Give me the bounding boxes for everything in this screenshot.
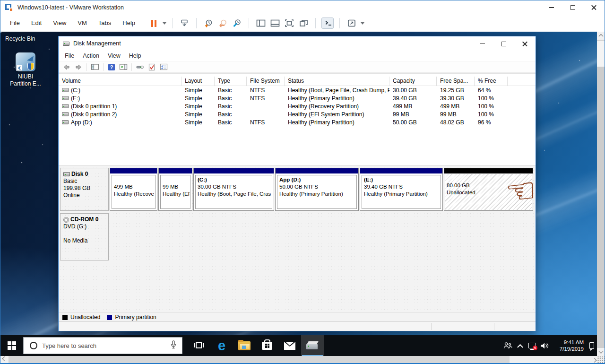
vm-suspend-button[interactable]	[147, 17, 160, 29]
stretch-guest-button[interactable]	[346, 17, 358, 29]
vmware-minimize-button[interactable]	[541, 0, 562, 15]
partition-e[interactable]: (E:)39.40 GB NTFSHealthy (Primary Partit…	[360, 168, 443, 211]
people-button[interactable]	[501, 335, 514, 356]
vertical-scroll-thumb[interactable]	[597, 41, 605, 67]
resize-grip[interactable]	[597, 356, 605, 363]
dm-menu-help[interactable]: Help	[125, 51, 146, 61]
taskbar-file-explorer-button[interactable]	[233, 335, 256, 356]
disk0-state: Online	[63, 192, 108, 199]
vm-menu-tabs[interactable]: Tabs	[93, 15, 117, 32]
vm-vertical-scrollbar[interactable]	[597, 32, 605, 356]
windows-logo-icon	[8, 341, 16, 350]
unity-mode-button[interactable]	[297, 17, 310, 29]
dm-maximize-button[interactable]	[493, 37, 514, 51]
partition-unallocated[interactable]: 80.00 GBUnallocated☜	[444, 168, 533, 211]
show-thumbnail-bar-button[interactable]	[269, 17, 281, 29]
volume-row[interactable]: (Disk 0 partition 2)SimpleBasicHealthy (…	[59, 110, 536, 118]
dm-menu-action[interactable]: Action	[78, 51, 104, 61]
partition-healthy-ef[interactable]: 99 MBHealthy (EF	[158, 168, 192, 211]
network-status-button[interactable]	[526, 335, 538, 356]
taskbar-edge-button[interactable]: e	[210, 335, 233, 356]
column-header-capacity[interactable]: Capacity	[389, 77, 437, 86]
vm-menu-view[interactable]: View	[47, 15, 72, 32]
vm-menu-vm[interactable]: VM	[72, 15, 93, 32]
taskbar-disk-management-button[interactable]	[301, 335, 324, 356]
column-header-layout[interactable]: Layout	[182, 77, 215, 86]
vm-ctrl-alt-del-button[interactable]	[178, 17, 190, 29]
system-tray: 9:41 AM 7/19/2019	[501, 335, 598, 356]
shortcut-arrow-icon	[16, 65, 22, 71]
volume-row[interactable]: (Disk 0 partition 1)SimpleBasicHealthy (…	[59, 102, 536, 110]
partition-c[interactable]: (C:)30.00 GB NTFSHealthy (Boot, Page Fil…	[193, 168, 274, 211]
taskbar-store-button[interactable]	[256, 335, 278, 356]
task-check-button[interactable]	[147, 62, 157, 72]
cell-capacity: 39.40 GB	[389, 95, 437, 102]
vm-power-dropdown-icon[interactable]	[163, 22, 166, 25]
vmware-maximize-button[interactable]	[562, 0, 583, 15]
microphone-icon[interactable]	[171, 340, 176, 351]
desktop-icon-recycle-bin[interactable]: Recycle Bin	[5, 35, 35, 42]
dm-close-button[interactable]	[514, 37, 536, 51]
partition-healthy-recove[interactable]: 499 MBHealthy (Recove	[110, 168, 157, 211]
disk-management-window: Disk Management FileActionViewHelp ?	[58, 36, 536, 331]
show-library-panel-button[interactable]	[255, 17, 267, 29]
cdrom-label-box[interactable]: CD-ROM 0 DVD (G:) No Media	[60, 213, 109, 260]
console-view-button[interactable]	[321, 17, 334, 29]
taskbar-clock[interactable]: 9:41 AM 7/19/2019	[551, 339, 586, 352]
vm-menu-file[interactable]: File	[4, 15, 26, 32]
taskbar-mail-button[interactable]	[278, 335, 301, 356]
volume-drive-icon	[62, 120, 69, 124]
dm-minimize-button[interactable]	[472, 37, 493, 51]
vm-menu-edit[interactable]: Edit	[26, 15, 47, 32]
chevron-up-icon	[517, 344, 523, 350]
start-button[interactable]	[0, 335, 23, 356]
show-action-pane-button[interactable]	[118, 62, 129, 72]
action-center-button[interactable]	[586, 335, 598, 356]
svg-text:?: ?	[110, 64, 113, 70]
column-header-type[interactable]: Type	[215, 77, 247, 86]
device-properties-button[interactable]	[135, 62, 145, 72]
scroll-left-button[interactable]	[0, 356, 8, 363]
disk0-label-box[interactable]: Disk 0 Basic 199.98 GB Online	[60, 168, 109, 211]
column-header-free[interactable]: % Free	[475, 77, 508, 86]
stretch-dropdown-icon[interactable]	[361, 22, 364, 25]
take-snapshot-button[interactable]	[202, 17, 215, 29]
desktop-icon-niubi-partition-editor[interactable]: NIUBI Partition E...	[4, 52, 47, 87]
cell-type: Basic	[215, 111, 247, 118]
column-header-freespa[interactable]: Free Spa...	[437, 77, 475, 86]
vmware-close-button[interactable]	[583, 0, 605, 15]
revert-snapshot-button[interactable]	[216, 17, 229, 29]
volume-row[interactable]: App (D:)SimpleBasicNTFSHealthy (Primary …	[59, 118, 536, 126]
show-console-tree-button[interactable]	[90, 62, 100, 72]
cell-pct: 100 %	[475, 103, 508, 110]
forward-button[interactable]	[73, 62, 84, 72]
horizontal-scroll-thumb[interactable]	[9, 356, 510, 363]
help-button[interactable]: ?	[106, 62, 117, 72]
dm-menu-file[interactable]: File	[60, 51, 78, 61]
column-header-filesystem[interactable]: File System	[247, 77, 285, 86]
partition-app-d[interactable]: App (D:)50.00 GB NTFSHealthy (Primary Pa…	[275, 168, 359, 211]
partition-body: 499 MBHealthy (Recove	[112, 175, 156, 209]
task-view-button[interactable]	[188, 335, 210, 356]
scroll-down-button[interactable]	[597, 348, 605, 356]
partition-size: 39.40 GB NTFS	[364, 183, 441, 191]
disk-management-taskbar-icon	[306, 341, 319, 350]
scroll-up-button[interactable]	[597, 32, 605, 40]
manage-snapshots-button[interactable]	[231, 17, 243, 29]
back-button[interactable]	[61, 62, 72, 72]
dm-menu-view[interactable]: View	[104, 51, 125, 61]
tray-overflow-chevron[interactable]	[514, 335, 526, 356]
taskbar-search-box[interactable]: Type here to search	[23, 337, 182, 354]
store-icon	[262, 342, 272, 350]
volume-button[interactable]	[538, 335, 551, 356]
vm-horizontal-scrollbar[interactable]	[0, 356, 598, 363]
volume-row[interactable]: (E:)SimpleBasicNTFSHealthy (Primary Part…	[59, 94, 536, 102]
partition-label: App (D:)	[279, 176, 356, 183]
partition-size: 99 MB	[163, 183, 190, 191]
fullscreen-button[interactable]	[283, 17, 295, 29]
vm-menu-help[interactable]: Help	[117, 15, 141, 32]
task-list-button[interactable]	[158, 62, 169, 72]
column-header-status[interactable]: Status	[285, 77, 389, 86]
volume-row[interactable]: (C:)SimpleBasicNTFSHealthy (Boot, Page F…	[59, 86, 536, 94]
column-header-volume[interactable]: Volume	[59, 77, 182, 86]
